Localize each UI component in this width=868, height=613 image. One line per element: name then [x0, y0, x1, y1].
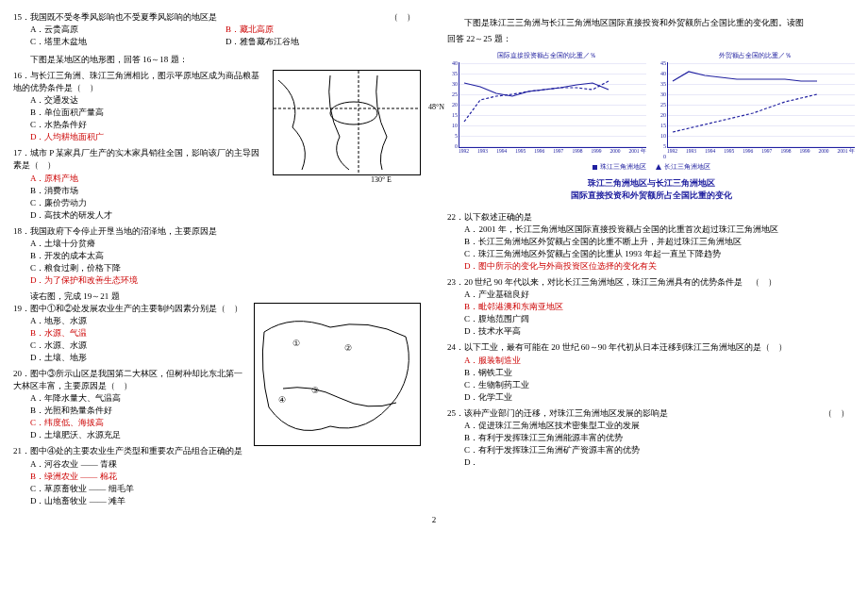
- map1-svg: [274, 71, 420, 174]
- q21-A: A．河谷农业 —— 青稞: [30, 458, 421, 471]
- map-figure-2: ① ② ③ ④: [254, 303, 421, 446]
- chart2-svg: [668, 62, 855, 147]
- chart1-svg: [459, 62, 646, 147]
- svg-text:①: ①: [292, 339, 300, 348]
- q22-text: 以下叙述正确的是: [464, 212, 532, 222]
- q23-A: A．产业基础良好: [464, 289, 855, 301]
- caption-line2: 国际直接投资和外贸额所占全国比重的变化: [447, 190, 855, 202]
- q17-C: C．廉价劳动力: [30, 197, 421, 209]
- q15-num: 15．: [13, 12, 30, 22]
- left-column: 15．我国既不受冬季风影响也不受夏季风影响的地区是 （ ） A．云贵高原 B．藏…: [13, 11, 421, 511]
- q25-text: 该种产业部门的迁移，对珠江三角洲地区发展的影响是: [464, 408, 668, 418]
- svg-text:③: ③: [311, 386, 319, 395]
- q15-C: C．塔里木盆地: [30, 36, 225, 48]
- q18-C: C．粮食过剩，价格下降: [30, 262, 421, 274]
- intro-22-25b: 回答 22～25 题：: [447, 33, 855, 45]
- question-18: 18．我国政府下令停止开垦当地的沼泽地，主要原因是 A．土壤十分贫瘠 B．开发的…: [13, 225, 421, 287]
- q25-paren: （ ）: [824, 407, 849, 420]
- q25-num: 25．: [447, 408, 464, 418]
- q22-A: A．2001 年，长江三角洲地区国际直接投资额占全国的比重首次超过珠江三角洲地区: [464, 224, 855, 236]
- q21-C: C．草原畜牧业 —— 细毛羊: [30, 483, 421, 495]
- intro-19-21: 读右图，完成 19～21 题: [13, 290, 421, 303]
- caption-line1: 珠江三角洲地区与长江三角洲地区: [447, 177, 855, 190]
- q16-text: 与长江三角洲、珠江三角洲相比，图示平原地区成为商品粮基地的优势条件是（ ）: [13, 71, 259, 92]
- question-24: 24．以下工业，最有可能在 20 世纪 60～90 年代初从日本迁移到珠江三角洲…: [447, 341, 855, 403]
- q24-B: B．钢铁工业: [464, 367, 855, 379]
- chart1-title: 国际直接投资额占全国的比重／％: [447, 51, 646, 60]
- q23-B: B．毗邻港澳和东南亚地区: [464, 301, 855, 313]
- q16-num: 16．: [13, 71, 30, 80]
- question-25: 25．该种产业部门的迁移，对珠江三角洲地区发展的影响是 （ ） A．促进珠江三角…: [447, 407, 855, 469]
- question-23: 23．20 世纪 90 年代以来，对比长江三角洲地区，珠江三角洲具有的优势条件是…: [447, 276, 855, 338]
- square-marker-icon: [593, 165, 597, 170]
- q24-num: 24．: [447, 342, 464, 352]
- svg-text:②: ②: [344, 343, 352, 353]
- intro-16-18: 下图是某地区的地形图，回答 16～18 题：: [30, 54, 421, 66]
- charts-row: 国际直接投资额占全国的比重／％ 4035302520151050 1992199…: [447, 51, 855, 155]
- q20-text: 图中③所示山区是我国第二大林区，但树种却比东北第一大林区丰富，主要原因是（ ）: [13, 369, 242, 390]
- chart1-yticks: 4035302520151050: [448, 58, 458, 152]
- q22-num: 22．: [447, 212, 464, 222]
- q15-text: 我国既不受冬季风影响也不受夏季风影响的地区是: [30, 12, 217, 22]
- q22-D: D．图中所示的变化与外商投资区位选择的变化有关: [464, 260, 855, 273]
- chart-1: 国际直接投资额占全国的比重／％ 4035302520151050 1992199…: [447, 51, 646, 155]
- map-figure-1: 48°N 130° E: [273, 70, 421, 175]
- q19-paren: （ ）: [217, 303, 242, 315]
- chart2-xticks: 1992199319941995199619971998199920002001…: [667, 148, 855, 155]
- q25-D: D．: [464, 456, 855, 469]
- q23-C: C．腹地范围广阔: [464, 313, 855, 325]
- chart1-xticks: 1992199319941995199619971998199920002001…: [459, 148, 646, 155]
- map1-lon: 130° E: [371, 175, 392, 184]
- q18-A: A．土壤十分贫瘠: [30, 238, 421, 250]
- q25-A: A．促进珠江三角洲地区技术密集型工业的发展: [464, 420, 855, 432]
- q21-B: B．绿洲农业 —— 棉花: [30, 471, 421, 483]
- q17-num: 17．: [13, 148, 30, 157]
- map1-lat: 48°N: [428, 103, 444, 111]
- q15-paren: （ ）: [390, 11, 415, 24]
- q21-num: 21．: [13, 446, 30, 456]
- q25-B: B．有利于发挥珠江三角洲能源丰富的优势: [464, 432, 855, 444]
- svg-text:④: ④: [278, 395, 286, 405]
- q18-num: 18．: [13, 226, 30, 236]
- q15-D: D．雅鲁藏布江谷地: [225, 36, 421, 48]
- q23-D: D．技术水平高: [464, 325, 855, 338]
- q17-D: D．高技术的研发人才: [30, 209, 421, 222]
- page-number: 2: [13, 515, 855, 524]
- chart-2: 外贸额占全国的比重／％ 454035302520151050 199219931…: [656, 51, 855, 155]
- chart2-title: 外贸额占全国的比重／％: [656, 51, 855, 60]
- q15-A: A．云贵高原: [30, 24, 225, 36]
- intro-22-25a: 下图是珠江三三角洲与长江三角洲地区国际直接投资和外贸额所占全国比重的变化图。读图: [464, 17, 855, 29]
- legend-item-1: 珠江三角洲地区: [593, 162, 646, 172]
- chart2-yticks: 454035302520151050: [657, 58, 666, 162]
- question-15: 15．我国既不受冬季风影响也不受夏季风影响的地区是 （ ） A．云贵高原 B．藏…: [13, 11, 421, 48]
- q24-D: D．化学工业: [464, 391, 855, 404]
- legend2-label: 长江三角洲地区: [664, 162, 710, 172]
- q23-text: 20 世纪 90 年代以来，对比长江三角洲地区，珠江三角洲具有的优势条件是 （ …: [464, 277, 776, 287]
- q20-num: 20．: [13, 369, 30, 378]
- q18-D: D．为了保护和改善生态环境: [30, 274, 421, 287]
- q23-num: 23．: [447, 277, 464, 287]
- q24-C: C．生物制药工业: [464, 379, 855, 391]
- chart-legend: 珠江三角洲地区 长江三角洲地区: [447, 162, 855, 172]
- q17-text: 城市 P 某家具厂生产的实木家具销往全国，影响该厂的主导因素是（ ）: [13, 148, 259, 170]
- right-column: 下图是珠江三三角洲与长江三角洲地区国际直接投资和外贸额所占全国比重的变化图。读图…: [447, 11, 855, 511]
- q18-text: 我国政府下令停止开垦当地的沼泽地，主要原因是: [30, 226, 217, 236]
- triangle-marker-icon: [656, 164, 661, 170]
- question-22: 22．以下叙述正确的是 A．2001 年，长江三角洲地区国际直接投资额占全国的比…: [447, 211, 855, 273]
- svg-point-0: [330, 102, 377, 124]
- question-21: 21．图中④处的主要农业生产类型和重要农产品组合正确的是 A．河谷农业 —— 青…: [13, 445, 421, 506]
- q21-text: 图中④处的主要农业生产类型和重要农产品组合正确的是: [30, 446, 242, 456]
- q18-B: B．开发的成本太高: [30, 250, 421, 262]
- q24-A: A．服装制造业: [464, 355, 855, 367]
- legend1-label: 珠江三角洲地区: [600, 162, 646, 172]
- q21-D: D．山地畜牧业 —— 滩羊: [30, 495, 421, 507]
- legend-item-2: 长江三角洲地区: [656, 162, 710, 172]
- map2-svg: ① ② ③ ④: [255, 304, 420, 445]
- q15-B: B．藏北高原: [225, 24, 421, 36]
- q19-num: 19．: [13, 304, 30, 313]
- q22-B: B．长江三角洲地区外贸额占全国的比重不断上升，并超过珠江三角洲地区: [464, 236, 855, 248]
- q22-C: C．珠江三角洲地区外贸额占全国的比重从 1993 年起一直呈下降趋势: [464, 248, 855, 260]
- q19-text: 图中①和②处发展农业生产的主要制约因素分别是: [30, 304, 217, 313]
- q25-C: C．有利于发挥珠江三角洲矿产资源丰富的优势: [464, 444, 855, 456]
- q24-text: 以下工业，最有可能在 20 世纪 60～90 年代初从日本迁移到珠江三角洲地区的…: [464, 342, 787, 352]
